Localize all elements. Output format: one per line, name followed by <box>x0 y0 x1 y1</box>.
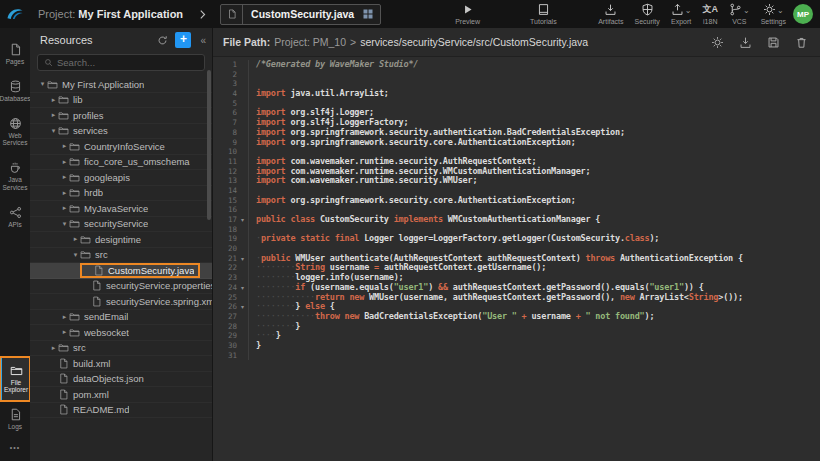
vcs-button[interactable]: ⌄ VCS <box>729 3 750 25</box>
chevron-right-icon[interactable]: ▸ <box>60 173 69 181</box>
code-line[interactable]: 13 import com.wavemaker.runtime.security… <box>213 176 820 186</box>
chevron-down-icon[interactable]: ▾ <box>71 251 80 259</box>
user-avatar[interactable]: MP <box>793 4 813 24</box>
fold-marker-icon[interactable]: ▾ <box>237 302 248 312</box>
code-line[interactable]: 28 ········} <box>213 322 820 332</box>
preview-button[interactable]: Preview <box>455 3 480 25</box>
code-line[interactable]: 19 ·private static final Logger logger=L… <box>213 234 820 244</box>
chevron-down-icon[interactable]: ▾ <box>49 127 58 135</box>
tree-item[interactable]: ▸websocket <box>30 325 212 341</box>
chevron-right-icon[interactable]: ▸ <box>49 111 58 119</box>
settings-button[interactable]: ⌄ Settings <box>761 3 786 25</box>
sidebar-item-logs[interactable]: Logs <box>0 401 30 438</box>
sidebar-item-file-explorer[interactable]: File Explorer <box>0 357 30 402</box>
fold-marker-icon[interactable]: ▾ <box>237 254 248 264</box>
trash-icon <box>795 36 808 49</box>
search-input[interactable] <box>57 57 198 68</box>
globe-icon <box>9 117 22 130</box>
tree-item[interactable]: ▸googleapis <box>30 170 212 186</box>
chevron-down-icon[interactable]: ▾ <box>38 80 47 88</box>
folder-icon <box>69 311 80 322</box>
code-line[interactable]: 30 } <box>213 341 820 351</box>
sidebar-item-web-services[interactable]: Web Services <box>0 110 30 155</box>
fold-marker-icon[interactable]: ▾ <box>237 283 248 293</box>
file-icon <box>58 373 69 384</box>
collapse-panel-icon[interactable]: « <box>198 35 208 46</box>
wavemaker-logo-icon[interactable] <box>0 0 30 28</box>
tree-item[interactable]: ▸hrdb <box>30 186 212 202</box>
chevron-down-icon[interactable]: ▾ <box>60 220 69 228</box>
tree-item[interactable]: ▾securityService <box>30 217 212 233</box>
download-file-button[interactable] <box>739 36 752 49</box>
security-button[interactable]: Security <box>635 3 660 25</box>
tree-scrollbar[interactable] <box>207 70 211 220</box>
chevron-right-icon[interactable]: ▸ <box>60 328 69 336</box>
code-line[interactable]: 15 import org.springframework.security.c… <box>213 196 820 206</box>
dl-icon <box>739 36 752 49</box>
tree-item[interactable]: ▸profiles <box>30 108 212 124</box>
sidebar-item-databases[interactable]: Databases <box>0 73 30 110</box>
file-path-project: Project: PM_10 <box>274 36 346 48</box>
tree-item[interactable]: ▸sendEmail <box>30 310 212 326</box>
export-button[interactable]: ⌄ Export <box>671 3 692 25</box>
tree-item[interactable]: ▸designtime <box>30 232 212 248</box>
chevron-right-icon[interactable]: ▸ <box>60 142 69 150</box>
line-number: 29 <box>213 331 237 341</box>
sidebar-item-apis[interactable]: APIs <box>0 199 30 236</box>
tree-item[interactable]: CustomSecurity.java <box>30 263 212 279</box>
refresh-icon[interactable] <box>157 35 168 46</box>
tree-item[interactable]: ▸src <box>30 341 212 357</box>
chevron-right-icon[interactable]: ▸ <box>49 96 58 104</box>
chevron-right-icon[interactable]: ▸ <box>71 235 80 243</box>
tree-item[interactable]: ▸CountryInfoService <box>30 139 212 155</box>
code-line[interactable]: 2 <box>213 70 820 80</box>
chevron-right-icon[interactable]: ▸ <box>60 158 69 166</box>
tree-item[interactable]: README.md <box>30 403 212 419</box>
code-line[interactable]: 17 ▾ public class CustomSecurity impleme… <box>213 215 820 225</box>
code-line[interactable]: 31 <box>213 351 820 361</box>
fold-marker-icon[interactable]: ▾ <box>237 215 248 225</box>
tree-item[interactable]: securityService.properties <box>30 279 212 295</box>
file-path-label: File Path: <box>223 36 270 48</box>
code-line[interactable]: 27 ············throw new BadCredentialsE… <box>213 312 820 322</box>
code-line[interactable]: 9 import org.springframework.security.co… <box>213 138 820 148</box>
code-line[interactable]: 29 ····} <box>213 331 820 341</box>
chevron-right-icon[interactable]: ▸ <box>60 204 69 212</box>
topbar-right-actions: Artifacts Security ⌄ Export 文A i18N ⌄ VC… <box>598 3 786 25</box>
chevron-right-icon[interactable]: ▸ <box>49 344 58 352</box>
tree-item[interactable]: ▸lib <box>30 93 212 109</box>
folder-icon <box>58 94 69 105</box>
tree-item[interactable]: ▸MyJavaService <box>30 201 212 217</box>
code-editor[interactable]: 1 /*Generated by WaveMaker Studio*/ 2 3 … <box>213 57 820 461</box>
open-file-tab[interactable]: CustomSecurity.java <box>220 4 381 25</box>
chevron-right-icon[interactable]: ▸ <box>60 189 69 197</box>
tree-item[interactable]: securityService.spring.xml <box>30 294 212 310</box>
sidebar-item-pages[interactable]: Pages <box>0 36 30 73</box>
line-number: 14 <box>213 186 237 196</box>
tree-item[interactable]: pom.xml <box>30 387 212 403</box>
folder-icon <box>69 203 80 214</box>
artifacts-button[interactable]: Artifacts <box>598 3 623 25</box>
tree-item[interactable]: ▾services <box>30 124 212 140</box>
file-settings-button[interactable] <box>711 36 724 49</box>
folder-icon <box>69 172 80 183</box>
tree-item[interactable]: build.xml <box>30 356 212 372</box>
code-line[interactable]: 4 import java.util.ArrayList; <box>213 89 820 99</box>
delete-file-button[interactable] <box>795 36 808 49</box>
grid-icon[interactable] <box>362 8 380 20</box>
save-file-button[interactable] <box>767 36 780 49</box>
tree-item[interactable]: dataObjects.json <box>30 372 212 388</box>
tree-item[interactable]: ▾src <box>30 248 212 264</box>
tutorials-button[interactable]: Tutorials <box>530 3 557 25</box>
i18n-button[interactable]: 文A i18N <box>703 3 719 25</box>
chevron-right-icon[interactable]: ▸ <box>60 313 69 321</box>
code-line[interactable]: 1 /*Generated by WaveMaker Studio*/ <box>213 60 820 70</box>
line-number: 13 <box>213 176 237 186</box>
tree-item[interactable]: ▾My First Application <box>30 77 212 93</box>
add-resource-button[interactable]: + <box>175 32 191 48</box>
sidebar-more-button[interactable]: ••• <box>0 438 30 461</box>
sidebar-item-java-services[interactable]: Java Services <box>0 154 30 199</box>
tree-item[interactable]: ▸fico_core_us_omschema <box>30 155 212 171</box>
folder-icon <box>58 125 69 136</box>
search-icon <box>44 58 53 67</box>
